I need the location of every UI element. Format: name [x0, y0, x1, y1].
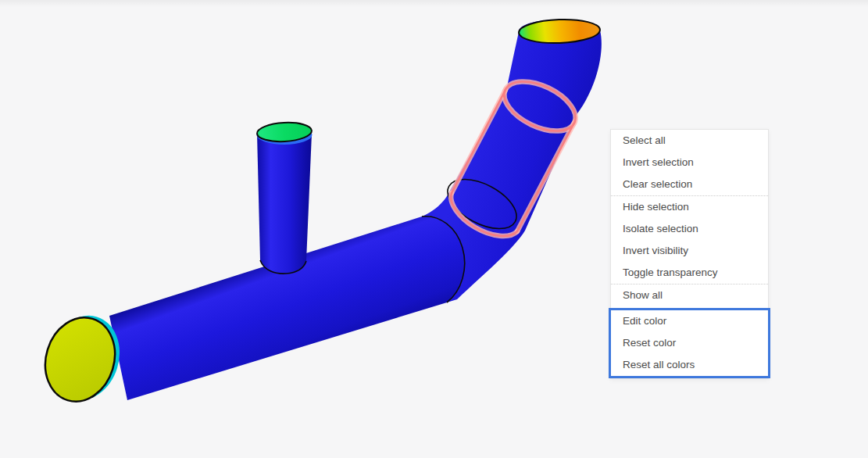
menu-item-invert-selection[interactable]: Invert selection: [611, 152, 768, 174]
menu-group-color-actions: Edit color Reset color Reset all colors: [609, 308, 770, 378]
menu-item-select-all[interactable]: Select all: [611, 130, 768, 152]
menu-item-toggle-transparency[interactable]: Toggle transparency: [611, 262, 768, 284]
menu-item-isolate-selection[interactable]: Isolate selection: [611, 218, 768, 240]
menu-item-edit-color[interactable]: Edit color: [611, 310, 768, 332]
context-menu: Select all Invert selection Clear select…: [610, 129, 769, 379]
menu-item-hide-selection[interactable]: Hide selection: [611, 196, 768, 218]
menu-group-show-all: Show all: [611, 284, 768, 306]
menu-group-selection-actions: Select all Invert selection Clear select…: [611, 130, 768, 195]
menu-item-invert-visibility[interactable]: Invert visibility: [611, 240, 768, 262]
3d-viewport[interactable]: Select all Invert selection Clear select…: [0, 0, 868, 458]
menu-item-show-all[interactable]: Show all: [611, 284, 768, 306]
branch-cylinder[interactable]: [257, 134, 312, 274]
menu-item-reset-color[interactable]: Reset color: [611, 332, 768, 354]
menu-item-reset-all-colors[interactable]: Reset all colors: [611, 354, 768, 376]
menu-item-clear-selection[interactable]: Clear selection: [611, 174, 768, 195]
menu-group-visibility-actions: Hide selection Isolate selection Invert …: [611, 196, 768, 284]
